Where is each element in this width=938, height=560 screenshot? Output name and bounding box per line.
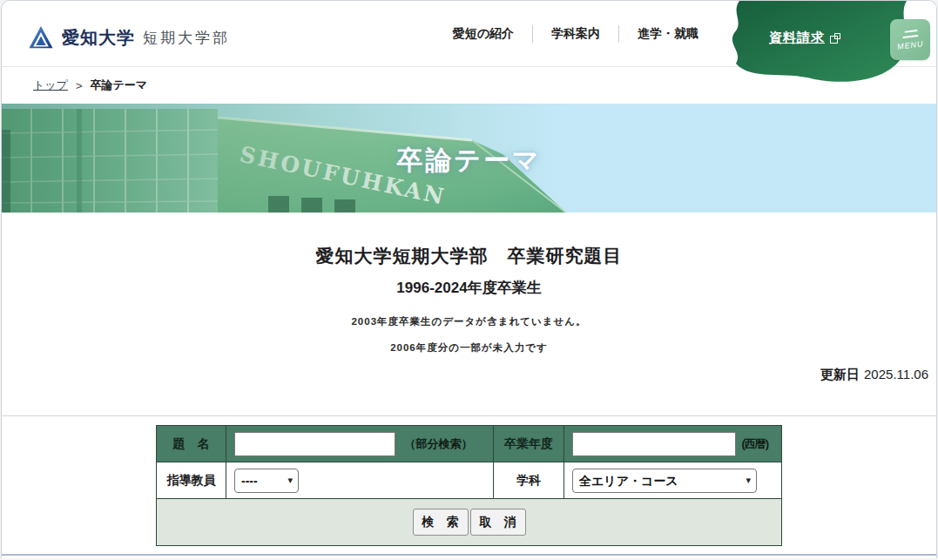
next-section-divider	[2, 554, 936, 556]
cancel-button[interactable]: 取 消	[470, 509, 526, 536]
grad-year-input[interactable]	[572, 432, 736, 456]
main-nav: 愛短の紹介 学科案内 進学・就職	[435, 1, 717, 67]
search-form-section: 題 名 （部分検索） 卒業年度 (西暦) 指導教員 ----	[2, 415, 936, 556]
page: 愛知大学 短期大学部 愛短の紹介 学科案内 進学・就職 資料請求 MENU	[1, 0, 937, 558]
department-field-cell: 全エリア・コース ▾	[564, 462, 782, 499]
department-label: 学科	[494, 462, 564, 499]
title-label: 題 名	[157, 426, 226, 462]
logo-division-text: 短期大学部	[143, 28, 230, 48]
nav-item-introduction[interactable]: 愛短の紹介	[435, 26, 532, 42]
title-field-cell: （部分検索）	[226, 426, 494, 462]
title-hint: （部分検索）	[404, 437, 472, 450]
nav-item-departments[interactable]: 学科案内	[533, 26, 618, 42]
updated-label: 更新日	[820, 367, 860, 381]
data-note-1: 2003年度卒業生のデータが含まれていません。	[2, 315, 936, 328]
logo-brand-text: 愛知大学	[62, 26, 135, 50]
menu-button-label: MENU	[896, 39, 923, 51]
menu-button[interactable]: MENU	[890, 19, 930, 60]
main-heading: 愛知大学短期大学部 卒業研究題目	[2, 213, 936, 268]
breadcrumb-separator: >	[76, 79, 83, 92]
grad-year-hint: (西暦)	[741, 437, 768, 450]
request-materials-link[interactable]: 資料請求	[769, 30, 840, 46]
page-title: 卒論テーマ	[2, 104, 936, 213]
breadcrumb-current: 卒論テーマ	[91, 78, 148, 93]
updated-date: 2025.11.06	[864, 367, 928, 381]
search-button[interactable]: 検 索	[413, 509, 469, 536]
department-select[interactable]: 全エリア・コース	[572, 469, 757, 493]
request-materials-label: 資料請求	[769, 30, 825, 46]
hero-banner: SHOUFUHKAN 卒論テーマ	[2, 104, 936, 213]
breadcrumb-home-link[interactable]: トップ	[33, 78, 68, 93]
external-link-icon	[830, 33, 840, 44]
site-logo[interactable]: 愛知大学 短期大学部	[28, 25, 230, 50]
grad-year-label: 卒業年度	[494, 426, 564, 462]
sub-heading: 1996-2024年度卒業生	[2, 278, 936, 298]
teacher-label: 指導教員	[157, 462, 226, 499]
grad-year-field-cell: (西暦)	[564, 426, 782, 462]
search-form-table: 題 名 （部分検索） 卒業年度 (西暦) 指導教員 ----	[156, 425, 782, 546]
data-note-2: 2006年度分の一部が未入力です	[2, 341, 936, 354]
breadcrumb: トップ > 卒論テーマ	[2, 67, 936, 104]
hamburger-icon	[902, 29, 919, 37]
updated-date-line: 更新日2025.11.06	[2, 367, 936, 383]
teacher-field-cell: ---- ▾	[226, 462, 494, 499]
title-search-input[interactable]	[234, 432, 395, 456]
form-buttons-cell: 検 索取 消	[157, 499, 782, 546]
header: 愛知大学 短期大学部 愛短の紹介 学科案内 進学・就職 資料請求 MENU	[2, 1, 936, 67]
nav-item-career[interactable]: 進学・就職	[619, 26, 717, 42]
university-logo-icon	[28, 25, 54, 50]
teacher-select[interactable]: ----	[234, 469, 299, 493]
intro-section: 愛知大学短期大学部 卒業研究題目 1996-2024年度卒業生 2003年度卒業…	[2, 213, 936, 383]
